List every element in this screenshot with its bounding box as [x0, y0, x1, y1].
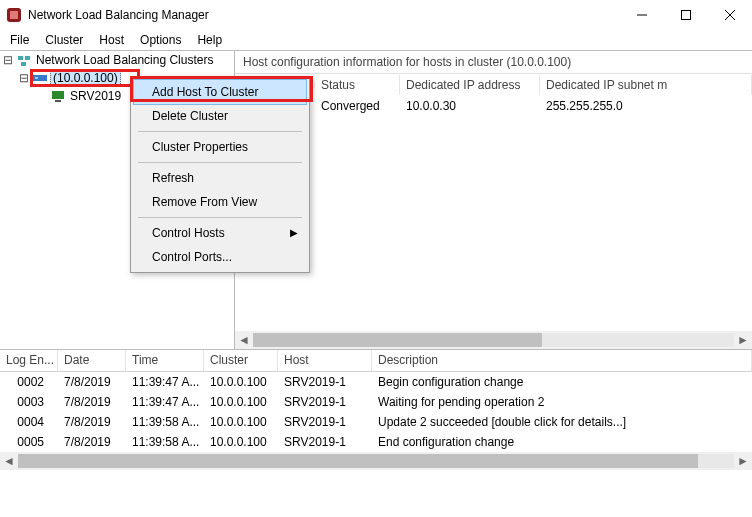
scroll-right-icon[interactable]: ►	[734, 333, 752, 347]
log-row[interactable]: 00047/8/201911:39:58 A...10.0.0.100SRV20…	[0, 412, 752, 432]
log-row[interactable]: 00037/8/201911:39:47 A...10.0.0.100SRV20…	[0, 392, 752, 412]
svg-rect-7	[25, 56, 30, 60]
log-row[interactable]: 00057/8/201911:39:58 A...10.0.0.100SRV20…	[0, 432, 752, 452]
svg-rect-8	[21, 62, 26, 66]
menu-control-hosts[interactable]: Control Hosts▶	[134, 221, 306, 245]
log-rows: 00027/8/201911:39:47 A...10.0.0.100SRV20…	[0, 372, 752, 452]
log-row[interactable]: 00027/8/201911:39:47 A...10.0.0.100SRV20…	[0, 372, 752, 392]
col-status[interactable]: Status	[315, 75, 400, 95]
svg-rect-10	[35, 77, 38, 79]
menu-add-host[interactable]: Add Host To Cluster	[134, 80, 306, 104]
log-cell-desc: Update 2 succeeded [double click for det…	[372, 412, 752, 432]
menu-help[interactable]: Help	[191, 31, 228, 49]
svg-rect-12	[55, 100, 61, 102]
window-title: Network Load Balancing Manager	[28, 8, 620, 22]
menu-separator	[138, 162, 302, 163]
svg-rect-1	[10, 11, 18, 19]
log-cell-cluster: 10.0.0.100	[204, 392, 278, 412]
menu-options[interactable]: Options	[134, 31, 187, 49]
menubar: File Cluster Host Options Help	[0, 30, 752, 50]
host-icon	[50, 88, 66, 104]
column-headers: Status Dedicated IP address Dedicated IP…	[235, 74, 752, 96]
log-cell-desc: End configuration change	[372, 432, 752, 452]
menu-file[interactable]: File	[4, 31, 35, 49]
right-panel: Host configuration information for hosts…	[235, 51, 752, 349]
scroll-left-icon[interactable]: ◄	[0, 454, 18, 468]
minimize-button[interactable]	[620, 0, 664, 30]
collapse-icon[interactable]: ⊟	[18, 71, 30, 85]
titlebar: Network Load Balancing Manager	[0, 0, 752, 30]
menu-separator	[138, 217, 302, 218]
log-col-time[interactable]: Time	[126, 350, 204, 371]
log-cell-cluster: 10.0.0.100	[204, 432, 278, 452]
menu-refresh[interactable]: Refresh	[134, 166, 306, 190]
log-cell-entry: 0002	[0, 372, 58, 392]
menu-remove-view[interactable]: Remove From View	[134, 190, 306, 214]
menu-delete-cluster[interactable]: Delete Cluster	[134, 104, 306, 128]
col-dmask[interactable]: Dedicated IP subnet m	[540, 75, 752, 95]
log-cell-host: SRV2019-1	[278, 392, 372, 412]
hscrollbar-right[interactable]: ◄ ►	[235, 331, 752, 349]
cell-dmask: 255.255.255.0	[540, 97, 752, 115]
menu-cluster[interactable]: Cluster	[39, 31, 89, 49]
log-cell-host: SRV2019-1	[278, 372, 372, 392]
menu-control-ports[interactable]: Control Ports...	[134, 245, 306, 269]
context-menu: Add Host To Cluster Delete Cluster Clust…	[130, 76, 310, 273]
svg-rect-3	[682, 11, 691, 20]
svg-rect-6	[18, 56, 23, 60]
tree-root[interactable]: Network Load Balancing Clusters	[34, 53, 215, 67]
log-headers: Log En... Date Time Cluster Host Descrip…	[0, 350, 752, 372]
info-header: Host configuration information for hosts…	[235, 51, 752, 74]
log-cell-date: 7/8/2019	[58, 412, 126, 432]
cell-dip: 10.0.0.30	[400, 97, 540, 115]
clusters-icon	[16, 52, 32, 68]
collapse-icon[interactable]: ⊟	[2, 53, 14, 67]
log-cell-time: 11:39:47 A...	[126, 392, 204, 412]
log-cell-desc: Begin configuration change	[372, 372, 752, 392]
log-cell-desc: Waiting for pending operation 2	[372, 392, 752, 412]
log-cell-entry: 0005	[0, 432, 58, 452]
log-cell-entry: 0003	[0, 392, 58, 412]
cell-status: Converged	[315, 97, 400, 115]
log-cell-time: 11:39:58 A...	[126, 412, 204, 432]
svg-rect-11	[52, 91, 64, 99]
cluster-icon	[32, 70, 48, 86]
log-cell-date: 7/8/2019	[58, 432, 126, 452]
log-cell-cluster: 10.0.0.100	[204, 372, 278, 392]
tree-host[interactable]: SRV2019	[68, 89, 123, 103]
maximize-button[interactable]	[664, 0, 708, 30]
log-col-host[interactable]: Host	[278, 350, 372, 371]
log-col-cluster[interactable]: Cluster	[204, 350, 278, 371]
log-cell-time: 11:39:58 A...	[126, 432, 204, 452]
col-dip[interactable]: Dedicated IP address	[400, 75, 540, 95]
menu-cluster-properties[interactable]: Cluster Properties	[134, 135, 306, 159]
log-cell-date: 7/8/2019	[58, 392, 126, 412]
close-button[interactable]	[708, 0, 752, 30]
submenu-arrow-icon: ▶	[290, 227, 298, 238]
log-col-desc[interactable]: Description	[372, 350, 752, 371]
log-cell-date: 7/8/2019	[58, 372, 126, 392]
scroll-right-icon[interactable]: ►	[734, 454, 752, 468]
menu-separator	[138, 131, 302, 132]
log-cell-time: 11:39:47 A...	[126, 372, 204, 392]
app-icon	[6, 7, 22, 23]
log-col-entry[interactable]: Log En...	[0, 350, 58, 371]
log-cell-host: SRV2019-1	[278, 432, 372, 452]
log-cell-cluster: 10.0.0.100	[204, 412, 278, 432]
log-col-date[interactable]: Date	[58, 350, 126, 371]
log-cell-entry: 0004	[0, 412, 58, 432]
scroll-left-icon[interactable]: ◄	[235, 333, 253, 347]
log-cell-host: SRV2019-1	[278, 412, 372, 432]
tree-cluster[interactable]: (10.0.0.100)	[50, 70, 121, 86]
host-row[interactable]: Ethernet0) Converged 10.0.0.30 255.255.2…	[235, 96, 752, 116]
hscrollbar-log[interactable]: ◄ ►	[0, 452, 752, 470]
menu-host[interactable]: Host	[93, 31, 130, 49]
menu-control-hosts-label: Control Hosts	[152, 226, 225, 240]
